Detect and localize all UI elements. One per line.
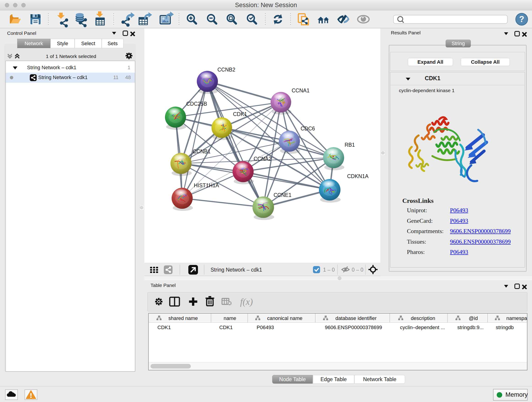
svg-text:description: description (411, 315, 435, 321)
svg-text:?: ? (519, 14, 524, 24)
svg-text:P06493: P06493 (257, 325, 274, 330)
svg-text:CDK1: CDK1 (219, 325, 233, 330)
svg-text:RB1: RB1 (345, 142, 355, 148)
svg-text:9606.ENSP00000378699: 9606.ENSP00000378699 (325, 325, 382, 330)
svg-text:HIST1H1A: HIST1H1A (194, 182, 219, 188)
svg-text:database identifier: database identifier (336, 315, 377, 321)
svg-text:CDKN1A: CDKN1A (347, 173, 369, 179)
svg-text:cyclin–dependent ...: cyclin–dependent ... (400, 325, 445, 330)
svg-text:1 – 0: 1 – 0 (323, 267, 335, 273)
svg-text:namespac: namespac (506, 315, 527, 321)
svg-text:CCNE1: CCNE1 (273, 192, 291, 198)
svg-text:CDC6: CDC6 (301, 126, 315, 132)
svg-text:canonical name: canonical name (267, 315, 302, 321)
svg-text:stringdb:9...: stringdb:9... (457, 325, 484, 330)
svg-text:CCNB1: CCNB1 (193, 148, 210, 154)
svg-text:String Network – cdk1: String Network – cdk1 (210, 267, 262, 273)
svg-text:f(x): f(x) (240, 297, 253, 307)
svg-text:name: name (224, 315, 236, 321)
svg-text:CDK1: CDK1 (157, 325, 171, 330)
svg-text:CCNB2: CCNB2 (217, 67, 235, 73)
svg-text:shared name: shared name (168, 315, 198, 321)
svg-text:CCNA2: CCNA2 (254, 156, 272, 162)
svg-text:0 – 0: 0 – 0 (352, 267, 363, 273)
svg-text:@id: @id (469, 315, 478, 321)
svg-text:CCNA1: CCNA1 (292, 88, 310, 94)
svg-text:CDK1: CDK1 (233, 111, 247, 117)
svg-text:stringdb: stringdb (496, 325, 514, 330)
svg-text:CDC25B: CDC25B (186, 101, 207, 107)
